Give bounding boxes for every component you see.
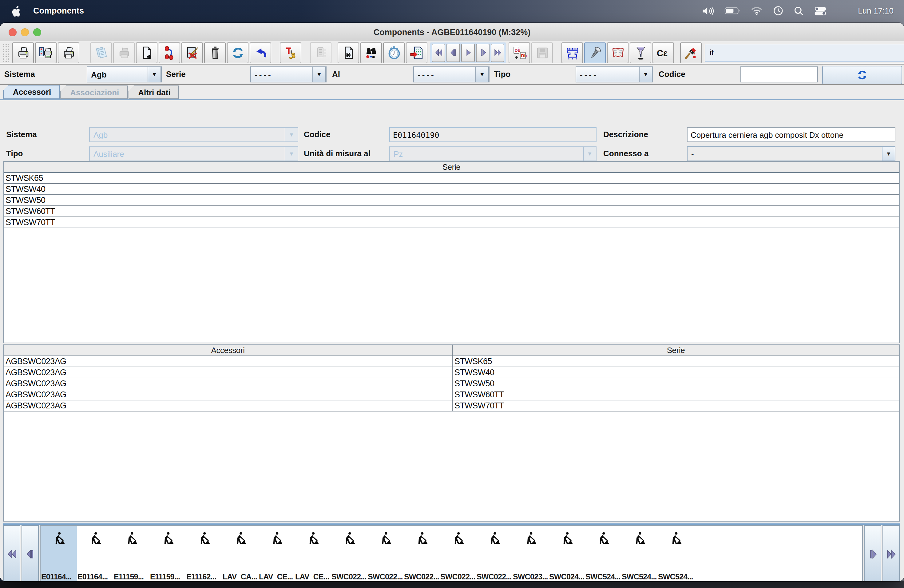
search-button[interactable] [360,42,382,63]
binoculars-icon [364,45,379,60]
components-button[interactable] [584,42,606,63]
chevron-down-icon[interactable]: ▼ [639,66,653,82]
tab-accessori[interactable]: Accessori [3,85,60,99]
profiles-button[interactable] [561,42,583,63]
film-item[interactable]: E01164... [77,526,113,581]
sistema-combo: Agb▼ [89,127,298,142]
new-item-button[interactable] [136,42,157,63]
volume-icon[interactable] [702,6,714,16]
new-from-model-button[interactable] [338,42,359,63]
last-record-button[interactable] [491,43,504,62]
undo-button[interactable] [250,42,271,63]
machining-button[interactable] [630,42,651,63]
film-item-label: E01164... [77,573,107,581]
chevron-down-icon[interactable]: ▼ [312,66,326,82]
print-button[interactable] [12,42,34,63]
table-row[interactable]: AGBSWC023AGSTWSW40 [4,367,899,378]
filter-search-button[interactable] [822,66,902,84]
accessorio-cell: AGBSWC023AG [4,400,453,411]
connesso-combo[interactable]: -▼ [687,146,895,161]
previous-record-button[interactable] [446,43,460,62]
film-item[interactable]: SWC023... [512,526,548,581]
film-item[interactable]: SWC524... [657,526,694,581]
db-copy-button[interactable] [509,42,530,63]
chevron-down-icon[interactable]: ▼ [476,66,489,82]
chevron-down-icon[interactable]: ▼ [148,66,161,82]
ce-marking-button[interactable] [653,42,674,63]
film-item-label: LAV_CE... [295,573,329,581]
filter-al-label: Al [332,70,340,79]
totals-button[interactable] [280,42,301,63]
film-item-label: E11162... [186,573,216,581]
accessori-table-header[interactable]: Accessori Serie [4,345,899,356]
film-item[interactable]: SWC022... [440,526,476,581]
catalog-button[interactable] [607,42,629,63]
next-record-button[interactable] [476,43,490,62]
filmstrip-next-button[interactable] [864,525,881,581]
filter-serie-combo[interactable]: ---- ▼ [250,66,327,82]
table-row[interactable]: STWSK65 [4,173,899,184]
spotlight-icon[interactable] [794,6,804,16]
film-item[interactable]: LAV_CA... [222,526,258,581]
table-row[interactable]: STWSW60TT [4,206,899,217]
filter-al-combo[interactable]: ---- ▼ [413,66,490,82]
menu-app-name[interactable]: Components [33,6,84,15]
tab-altri-dati[interactable]: Altri dati [128,85,179,99]
film-item[interactable]: SWC022... [403,526,440,581]
wifi-icon[interactable] [751,6,763,15]
film-item[interactable]: SWC022... [367,526,403,581]
serie-table-header[interactable]: Serie [4,162,899,173]
table-row[interactable]: AGBSWC023AGSTWSW50 [4,378,899,389]
codice-field[interactable]: E011640190 [389,127,596,142]
time-machine-icon[interactable] [773,6,784,16]
descrizione-label: Descrizione [603,130,648,139]
filmstrip-first-button[interactable] [3,525,20,581]
film-item[interactable]: LAV_CE... [295,526,331,581]
codice-label: Codice [304,130,330,139]
film-item[interactable]: E11162... [186,526,222,581]
apple-menu-icon[interactable] [12,5,21,16]
film-item[interactable]: SWC524... [621,526,657,581]
title-bar[interactable]: Components - AGBE011640190 (M:32%) [0,23,904,42]
film-item[interactable]: SWC022... [476,526,512,581]
table-row[interactable]: AGBSWC023AGSTWSW60TT [4,389,899,400]
modify-item-button[interactable] [182,42,203,63]
film-item-label: SWC022... [368,573,403,581]
filmstrip-prev-button[interactable] [22,525,39,581]
toolbar-drag-handle[interactable] [2,43,9,62]
print-setup-button[interactable] [35,42,57,63]
filter-codice-input[interactable] [740,66,818,82]
delete-item-button[interactable] [204,42,226,63]
serie-table: Serie STWSK65STWSW40STWSW50STWSW60TTSTWS… [3,161,900,343]
table-row[interactable]: STWSW40 [4,184,899,195]
table-row[interactable]: AGBSWC023AGSTWSK65 [4,356,899,367]
control-center-icon[interactable] [814,6,827,16]
chevron-down-icon[interactable]: ▼ [882,147,895,161]
menu-clock[interactable]: Lun 17:10 [858,6,893,15]
film-item[interactable]: E11159... [113,526,149,581]
table-row[interactable]: STWSW50 [4,195,899,206]
filter-tipo-combo[interactable]: ---- ▼ [575,66,653,82]
filmstrip-last-button[interactable] [882,525,900,581]
refresh-button[interactable] [227,42,248,63]
film-item[interactable]: SWC022... [331,526,367,581]
timer-button[interactable] [383,42,405,63]
first-record-button[interactable] [432,43,445,62]
film-item[interactable]: SWC024... [548,526,585,581]
paint-button[interactable] [680,42,702,63]
film-item[interactable]: LAV_CE... [258,526,295,581]
filter-sistema-combo[interactable]: Agb ▼ [87,66,162,82]
film-item[interactable]: E01164... [41,526,77,581]
film-item[interactable]: E11159... [149,526,186,581]
film-item[interactable]: SWC524... [585,526,621,581]
current-record-button[interactable] [461,43,475,62]
siri-icon[interactable] [837,6,847,16]
descrizione-input[interactable] [687,127,895,142]
import-button[interactable] [406,42,427,63]
table-row[interactable]: STWSW70TT [4,217,899,228]
language-combo[interactable]: it▼ [705,43,904,62]
print-copy-button[interactable] [58,42,79,63]
relations-button[interactable] [159,42,180,63]
battery-icon[interactable] [724,7,740,15]
table-row[interactable]: AGBSWC023AGSTWSW70TT [4,400,899,411]
